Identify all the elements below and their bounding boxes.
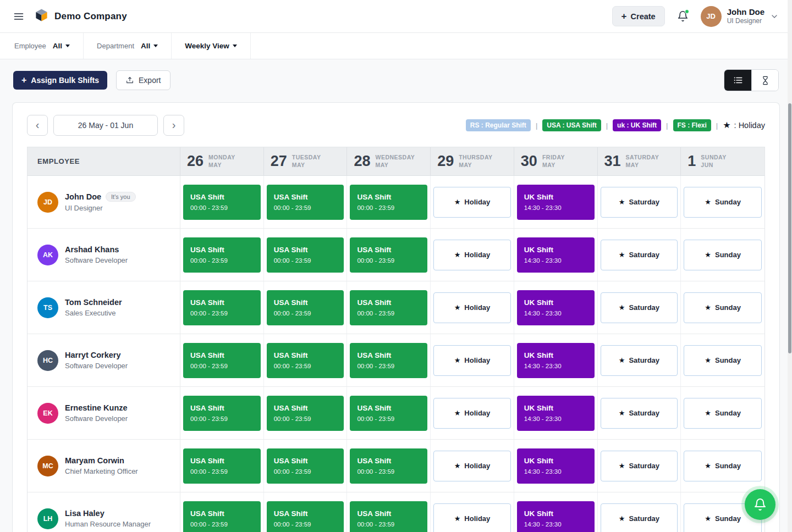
holiday-cell[interactable]: ★Holiday: [433, 451, 511, 481]
shift-block-usa[interactable]: USA Shift00:00 - 23:59: [350, 290, 427, 325]
saturday-cell[interactable]: ★Saturday: [601, 398, 678, 429]
employee-cell: TSTom SchneiderSales Executive: [28, 281, 180, 334]
saturday-label: Saturday: [629, 251, 659, 259]
view-selector-dropdown[interactable]: Weekly View: [185, 42, 237, 50]
schedule-cell: ★Saturday: [598, 387, 681, 439]
shift-block-usa[interactable]: USA Shift00:00 - 23:59: [350, 343, 427, 378]
legend-separator: |: [536, 121, 537, 130]
shift-block-usa[interactable]: USA Shift00:00 - 23:59: [350, 396, 427, 431]
previous-week-button[interactable]: ‹: [27, 115, 48, 136]
shift-block-usa[interactable]: USA Shift00:00 - 23:59: [267, 343, 344, 378]
shift-block-uk[interactable]: UK Shift14:30 - 23:30: [517, 343, 595, 378]
avatar: JD: [701, 6, 722, 27]
shift-block-usa[interactable]: USA Shift00:00 - 23:59: [183, 237, 261, 273]
shift-block-usa[interactable]: USA Shift00:00 - 23:59: [350, 448, 427, 484]
shift-block-uk[interactable]: UK Shift14:30 - 23:30: [517, 237, 595, 273]
employee-info: John DoeIt's youUI Designer: [65, 192, 136, 212]
shift-block-usa[interactable]: USA Shift00:00 - 23:59: [183, 448, 261, 484]
schedule-cell: USA Shift00:00 - 23:59: [264, 229, 348, 281]
star-icon: ★: [619, 198, 625, 206]
day-column-header: 30FRIDAYMAY: [514, 147, 598, 175]
holiday-label: Holiday: [464, 198, 490, 206]
schedule-cell: USA Shift00:00 - 23:59: [264, 176, 348, 228]
legend-separator: |: [606, 121, 608, 130]
sunday-cell[interactable]: ★Sunday: [684, 292, 762, 323]
shift-block-uk[interactable]: UK Shift14:30 - 23:30: [517, 448, 595, 484]
saturday-cell[interactable]: ★Saturday: [601, 503, 678, 532]
date-range[interactable]: 26 May - 01 Jun: [53, 115, 158, 136]
schedule-row: LHLisa HaleyHuman Resource ManagerUSA Sh…: [28, 492, 765, 532]
notifications-button[interactable]: [677, 10, 689, 22]
schedule-row: JDJohn DoeIt's youUI DesignerUSA Shift00…: [28, 176, 765, 229]
holiday-cell[interactable]: ★Holiday: [433, 503, 511, 532]
employee-filter-group: Employee All: [0, 33, 84, 59]
shift-block-usa[interactable]: USA Shift00:00 - 23:59: [183, 185, 261, 220]
schedule-cell: ★Sunday: [681, 334, 765, 386]
shift-title: USA Shift: [274, 246, 337, 254]
schedule-cell: UK Shift14:30 - 23:30: [514, 440, 598, 492]
sunday-cell[interactable]: ★Sunday: [684, 240, 762, 270]
create-button[interactable]: + Create: [612, 6, 665, 26]
schedule-cell: UK Shift14:30 - 23:30: [514, 229, 598, 281]
shift-block-uk[interactable]: UK Shift14:30 - 23:30: [517, 185, 595, 220]
employee-name: Harryt Corkery: [65, 351, 121, 359]
sunday-cell[interactable]: ★Sunday: [684, 398, 762, 429]
saturday-cell[interactable]: ★Saturday: [601, 292, 678, 323]
shift-block-usa[interactable]: USA Shift00:00 - 23:59: [267, 237, 344, 273]
employee-filter-dropdown[interactable]: All: [53, 42, 70, 50]
shift-block-uk[interactable]: UK Shift14:30 - 23:30: [517, 290, 595, 325]
shift-block-usa[interactable]: USA Shift00:00 - 23:59: [183, 290, 261, 325]
schedule-cell: USA Shift00:00 - 23:59: [180, 176, 264, 228]
list-view-button[interactable]: [724, 70, 751, 91]
company-logo[interactable]: Demo Company: [34, 8, 127, 25]
holiday-cell[interactable]: ★Holiday: [433, 345, 511, 376]
shift-title: UK Shift: [524, 246, 587, 254]
department-filter-dropdown[interactable]: All: [141, 42, 158, 50]
holiday-cell[interactable]: ★Holiday: [433, 187, 511, 218]
holiday-label: Holiday: [464, 356, 490, 364]
user-menu[interactable]: JD John Doe UI Designer: [701, 6, 779, 27]
floating-notification-button[interactable]: [745, 489, 776, 520]
saturday-cell[interactable]: ★Saturday: [601, 187, 678, 218]
employee-info: Harryt CorkerySoftware Developer: [65, 351, 128, 370]
shift-block-usa[interactable]: USA Shift00:00 - 23:59: [350, 237, 427, 273]
export-button[interactable]: Export: [116, 70, 170, 90]
shift-block-usa[interactable]: USA Shift00:00 - 23:59: [267, 290, 344, 325]
shift-block-uk[interactable]: UK Shift14:30 - 23:30: [517, 501, 595, 532]
sunday-cell[interactable]: ★Sunday: [684, 451, 762, 481]
shift-block-usa[interactable]: USA Shift00:00 - 23:59: [267, 448, 344, 484]
shift-block-usa[interactable]: USA Shift00:00 - 23:59: [350, 501, 427, 532]
holiday-cell[interactable]: ★Holiday: [433, 398, 511, 429]
saturday-cell[interactable]: ★Saturday: [601, 345, 678, 376]
shift-block-usa[interactable]: USA Shift00:00 - 23:59: [350, 185, 427, 220]
holiday-cell[interactable]: ★Holiday: [433, 240, 511, 270]
shift-block-usa[interactable]: USA Shift00:00 - 23:59: [183, 343, 261, 378]
shift-block-uk[interactable]: UK Shift14:30 - 23:30: [517, 396, 595, 431]
menu-icon[interactable]: [13, 11, 24, 22]
sunday-cell[interactable]: ★Sunday: [684, 345, 762, 376]
scrollbar-thumb[interactable]: [788, 103, 791, 353]
shift-block-usa[interactable]: USA Shift00:00 - 23:59: [183, 396, 261, 431]
sunday-cell[interactable]: ★Sunday: [684, 187, 762, 218]
next-week-button[interactable]: ›: [163, 115, 184, 136]
shift-block-usa[interactable]: USA Shift00:00 - 23:59: [267, 501, 344, 532]
schedule-cell: USA Shift00:00 - 23:59: [180, 440, 264, 492]
employee-cell: AKArshad KhansSoftware Developer: [28, 229, 180, 281]
saturday-cell[interactable]: ★Saturday: [601, 240, 678, 270]
saturday-label: Saturday: [629, 409, 659, 417]
schedule-cell: USA Shift00:00 - 23:59: [180, 229, 264, 281]
user-name: John Doe: [727, 7, 765, 18]
shift-block-usa[interactable]: USA Shift00:00 - 23:59: [267, 185, 344, 220]
assign-bulk-shifts-button[interactable]: + Assign Bulk Shifts: [13, 71, 107, 90]
shift-title: USA Shift: [357, 246, 420, 254]
shift-block-usa[interactable]: USA Shift00:00 - 23:59: [183, 501, 261, 532]
page-scrollbar[interactable]: [788, 0, 792, 532]
schedule-cell: ★Holiday: [431, 281, 514, 334]
shift-block-usa[interactable]: USA Shift00:00 - 23:59: [267, 396, 344, 431]
company-name: Demo Company: [54, 11, 127, 22]
holiday-cell[interactable]: ★Holiday: [433, 292, 511, 323]
saturday-cell[interactable]: ★Saturday: [601, 451, 678, 481]
timeline-view-button[interactable]: [751, 70, 778, 91]
shift-title: USA Shift: [190, 457, 254, 465]
employee-name-line: Harryt Corkery: [65, 351, 128, 359]
